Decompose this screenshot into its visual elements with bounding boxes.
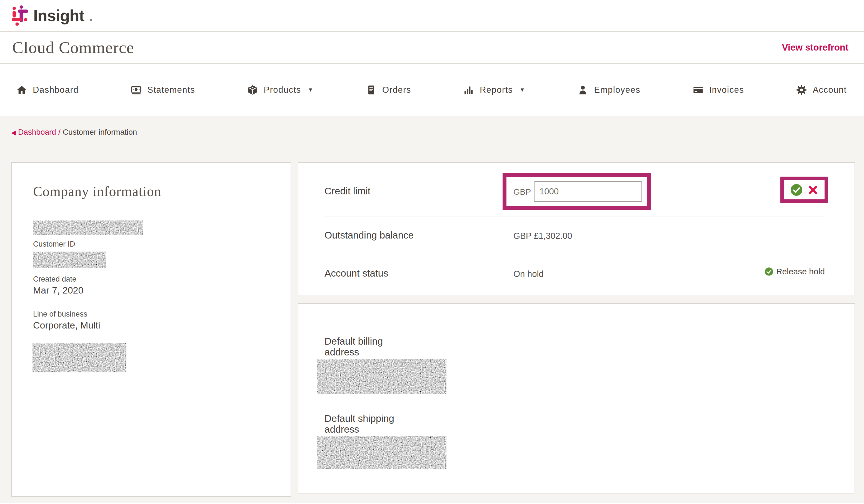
line-of-business-label: Line of business <box>33 310 87 319</box>
breadcrumb-back-link[interactable]: ◀Dashboard <box>11 128 56 136</box>
page-title: Cloud Commerce <box>12 38 134 57</box>
page-content: ◀Dashboard/Customer information Company … <box>0 116 864 503</box>
row-divider <box>324 401 824 401</box>
company-information-title: Company information <box>33 183 161 199</box>
redacted-contact-info <box>33 343 127 372</box>
logo-wordmark: Insight <box>33 5 84 26</box>
redacted-company-name <box>33 221 143 235</box>
created-date-label: Created date <box>33 275 76 283</box>
nav-item-orders[interactable]: Orders <box>365 84 411 96</box>
chevron-down-icon: ▼ <box>308 87 314 93</box>
breadcrumb-separator: / <box>58 128 61 136</box>
row-divider <box>324 255 824 255</box>
insight-logo-icon <box>11 5 29 26</box>
account-credit-card: Credit limit GBP Outstanding balance GBP… <box>298 162 855 295</box>
nav-item-invoices[interactable]: Invoices <box>693 84 744 96</box>
nav-label: Employees <box>594 85 640 95</box>
account-status-label: Account status <box>324 268 388 279</box>
nav-label: Statements <box>147 85 195 95</box>
logo-trademark-dot: . <box>88 5 93 26</box>
nav-label: Dashboard <box>33 85 79 95</box>
nav-label: Account <box>813 85 847 95</box>
nav-item-reports[interactable]: Reports ▼ <box>463 84 525 96</box>
document-icon <box>365 84 377 96</box>
box-icon <box>247 84 258 96</box>
addresses-card: Default billing address Default shipping… <box>298 303 855 493</box>
view-storefront-link[interactable]: View storefront <box>782 42 849 53</box>
bar-chart-icon <box>463 84 474 96</box>
check-circle-icon <box>765 267 773 276</box>
redacted-shipping-address <box>317 436 446 469</box>
line-of-business-value: Corporate, Multi <box>33 320 100 331</box>
breadcrumb-dashboard-label: Dashboard <box>18 128 56 136</box>
home-icon <box>16 84 27 96</box>
default-shipping-address-label: Default shipping address <box>324 413 413 434</box>
nav-label: Reports <box>480 85 513 95</box>
confirm-credit-limit-button[interactable] <box>790 184 803 196</box>
account-status-value: On hold <box>513 269 544 279</box>
redacted-customer-id <box>33 251 106 268</box>
created-date-value: Mar 7, 2020 <box>33 285 83 296</box>
banknote-icon <box>131 84 142 96</box>
outstanding-balance-label: Outstanding balance <box>324 230 414 241</box>
x-icon <box>807 184 818 196</box>
cancel-credit-limit-button[interactable] <box>807 184 818 196</box>
credit-card-icon <box>693 84 704 96</box>
nav-label: Products <box>264 85 301 95</box>
chevron-down-icon: ▼ <box>519 87 525 93</box>
gear-icon <box>796 84 807 96</box>
main-nav: Dashboard Statements Products ▼ Orders <box>0 64 864 116</box>
credit-limit-input[interactable] <box>534 181 642 202</box>
person-icon <box>577 84 588 96</box>
nav-item-dashboard[interactable]: Dashboard <box>16 84 79 96</box>
nav-item-statements[interactable]: Statements <box>131 84 195 96</box>
check-circle-icon <box>790 184 803 196</box>
breadcrumb: ◀Dashboard/Customer information <box>11 128 137 137</box>
outstanding-balance-value: GBP £1,302.00 <box>513 231 572 241</box>
breadcrumb-current: Customer information <box>63 128 137 136</box>
currency-code-label: GBP <box>513 187 531 197</box>
default-billing-address-label: Default billing address <box>324 336 413 357</box>
release-hold-label: Release hold <box>776 267 825 276</box>
nav-item-employees[interactable]: Employees <box>577 84 640 96</box>
row-divider <box>324 217 824 217</box>
nav-label: Orders <box>382 85 411 95</box>
insight-logo[interactable]: Insight. <box>11 5 93 26</box>
redacted-billing-address <box>317 359 446 394</box>
back-arrow-icon: ◀ <box>11 129 16 136</box>
credit-limit-label: Credit limit <box>324 185 370 197</box>
nav-item-account[interactable]: Account <box>796 84 847 96</box>
nav-item-products[interactable]: Products ▼ <box>247 84 314 96</box>
title-band: Cloud Commerce View storefront <box>0 31 864 64</box>
release-hold-button[interactable]: Release hold <box>765 267 825 276</box>
top-header: Insight. <box>0 0 864 31</box>
customer-id-label: Customer ID <box>33 240 75 248</box>
company-information-card: Company information Customer ID Created … <box>11 162 291 497</box>
nav-label: Invoices <box>709 85 744 95</box>
